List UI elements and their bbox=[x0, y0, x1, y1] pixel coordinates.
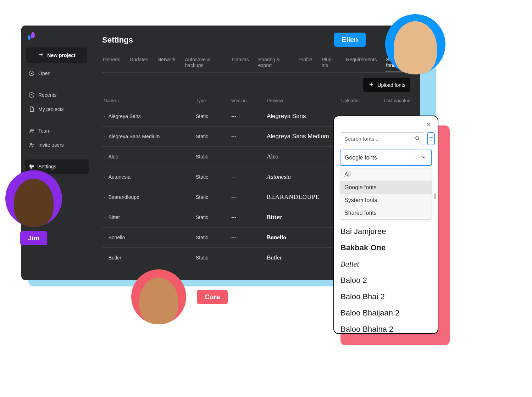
app-logo-icon bbox=[28, 32, 35, 40]
font-version: --- bbox=[231, 134, 267, 139]
font-preview: Butler bbox=[267, 254, 341, 261]
font-name: Butler bbox=[109, 255, 122, 261]
settings-tabs: GeneralUpdatesNetworkAutosave & backupsC… bbox=[102, 53, 410, 73]
sidebar-item-invite-users[interactable]: Invite users bbox=[25, 138, 89, 152]
font-version: --- bbox=[231, 154, 267, 160]
plus-icon bbox=[38, 51, 44, 59]
font-type: Static bbox=[196, 194, 231, 200]
column-header-version[interactable]: Version bbox=[231, 98, 267, 103]
avatar-badge-jim: Jim bbox=[20, 231, 48, 245]
font-type: Static bbox=[196, 174, 231, 180]
font-list-item[interactable]: Baloo 2 bbox=[340, 272, 432, 289]
sidebar-item-recents[interactable]: Recents bbox=[25, 88, 89, 102]
upload-fonts-button[interactable]: Upload fonts bbox=[363, 78, 410, 92]
font-list-item[interactable]: Baloo Bhaijaan 2 bbox=[340, 305, 432, 321]
font-preview: Autonesia bbox=[267, 173, 341, 180]
sidebar-item-label: Open bbox=[38, 71, 50, 76]
column-header-name[interactable]: Name↓ bbox=[104, 98, 196, 103]
avatar-circle bbox=[5, 170, 62, 227]
open-icon bbox=[28, 70, 35, 77]
avatar-badge-cora: Cora bbox=[197, 290, 228, 304]
font-name: Aleo bbox=[109, 154, 118, 160]
tab-requirements[interactable]: Requirements bbox=[345, 53, 377, 72]
new-project-button[interactable]: New project bbox=[26, 47, 87, 63]
font-version: --- bbox=[231, 255, 267, 261]
font-name: Autonesia bbox=[109, 174, 131, 180]
tab-canvas[interactable]: Canvas bbox=[231, 53, 249, 72]
sort-arrow-down-icon: ↓ bbox=[117, 98, 120, 103]
font-type: Static bbox=[196, 214, 231, 220]
dropdown-option[interactable]: System fonts bbox=[340, 194, 432, 207]
sidebar-divider bbox=[27, 156, 87, 156]
chevron-right-icon: › bbox=[104, 195, 105, 199]
tab-updates[interactable]: Updates bbox=[129, 53, 149, 72]
chevron-right-icon: › bbox=[104, 235, 105, 240]
dropdown-options: AllGoogle fontsSystem fontsShared fonts bbox=[340, 168, 432, 220]
search-icon bbox=[414, 135, 421, 143]
font-list-item[interactable]: Ballet bbox=[340, 256, 432, 272]
chevron-right-icon: › bbox=[104, 134, 105, 139]
font-search-input[interactable] bbox=[340, 132, 424, 145]
dropdown-option[interactable]: Google fonts bbox=[340, 181, 432, 194]
chevron-right-icon: › bbox=[104, 155, 105, 159]
font-source-dropdown[interactable]: Google fonts bbox=[340, 150, 432, 166]
font-name: Bearandloupe bbox=[109, 194, 139, 200]
tab-profile[interactable]: Profile bbox=[298, 53, 313, 72]
tab-network[interactable]: Network bbox=[157, 53, 176, 72]
chevron-right-icon: › bbox=[104, 256, 105, 260]
font-list-item[interactable]: Bakbak One bbox=[340, 240, 432, 256]
avatar-cora: Cora bbox=[131, 269, 228, 324]
avatar-circle bbox=[131, 269, 186, 324]
dropdown-option[interactable]: All bbox=[340, 168, 432, 181]
font-preview: Bonello bbox=[267, 234, 341, 241]
table-header: Name↓ Type Version Preview Uploader Last… bbox=[102, 95, 410, 106]
svg-point-3 bbox=[32, 130, 34, 131]
font-type: Static bbox=[196, 154, 231, 160]
tab-sharing-export[interactable]: Sharing & export bbox=[257, 53, 290, 72]
sidebar-item-team[interactable]: Team bbox=[25, 124, 89, 138]
chevron-right-icon: › bbox=[104, 114, 105, 118]
avatar-badge-ellen: Ellen bbox=[334, 33, 366, 47]
font-preview: Alegreya Sans Medium bbox=[267, 133, 341, 140]
font-preview: Bitter bbox=[267, 214, 341, 221]
sidebar-item-label: Settings bbox=[38, 164, 56, 169]
svg-point-6 bbox=[32, 166, 33, 167]
column-header-uploader[interactable]: Uploader bbox=[341, 98, 384, 103]
font-version: --- bbox=[231, 174, 267, 180]
svg-point-4 bbox=[30, 143, 32, 145]
avatar-jim: Jim bbox=[5, 170, 62, 245]
sidebar-item-label: My projects bbox=[38, 106, 64, 112]
dropdown-option[interactable]: Shared fonts bbox=[340, 207, 432, 219]
sidebar-item-label: Recents bbox=[38, 92, 56, 98]
sidebar-item-open[interactable]: Open bbox=[25, 66, 89, 80]
column-header-type[interactable]: Type bbox=[196, 98, 231, 103]
tab-autosave-backups[interactable]: Autosave & backups bbox=[184, 53, 223, 72]
font-list-item[interactable]: Baloo Bhaina 2 bbox=[340, 321, 432, 333]
font-name: Bonello bbox=[109, 235, 125, 240]
font-list-item[interactable]: Baloo Bhai 2 bbox=[340, 289, 432, 305]
font-version: --- bbox=[231, 214, 267, 220]
svg-point-8 bbox=[416, 136, 419, 139]
user-plus-icon bbox=[28, 142, 35, 148]
tab-plug-ins[interactable]: Plug-ins bbox=[321, 53, 337, 72]
sidebar-item-my-projects[interactable]: My projects bbox=[25, 102, 89, 116]
font-list-item[interactable]: Bai Jamjuree bbox=[340, 223, 432, 240]
font-name: Alegreya Sans bbox=[109, 113, 141, 119]
font-type: Static bbox=[196, 113, 231, 119]
font-version: --- bbox=[231, 235, 267, 240]
column-header-last-updated[interactable]: Last updated bbox=[384, 98, 420, 103]
tab-general[interactable]: General bbox=[102, 53, 121, 72]
sidebar-divider bbox=[27, 84, 87, 84]
font-name: Bitter bbox=[109, 214, 120, 220]
dropdown-value: Google fonts bbox=[345, 155, 377, 161]
font-type: Static bbox=[196, 134, 231, 139]
column-header-preview[interactable]: Preview bbox=[267, 98, 341, 103]
font-preview: Aleo bbox=[267, 153, 341, 160]
filter-button[interactable] bbox=[427, 132, 435, 145]
chevron-right-icon: › bbox=[104, 175, 105, 179]
svg-point-2 bbox=[30, 129, 32, 131]
new-project-label: New project bbox=[47, 52, 75, 58]
team-icon bbox=[28, 128, 35, 134]
close-icon[interactable] bbox=[426, 121, 432, 129]
scrollbar-thumb[interactable] bbox=[434, 194, 436, 199]
